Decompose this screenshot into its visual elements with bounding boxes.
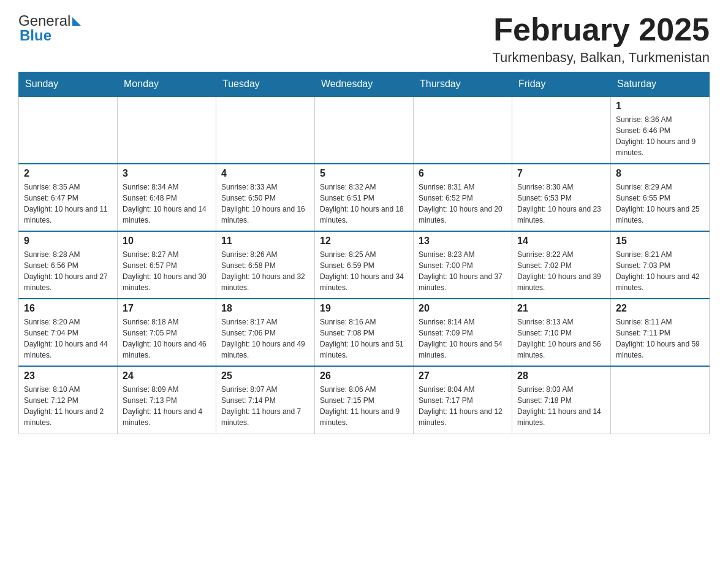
calendar-cell: 16Sunrise: 8:20 AM Sunset: 7:04 PM Dayli… — [19, 299, 118, 366]
calendar-cell: 13Sunrise: 8:23 AM Sunset: 7:00 PM Dayli… — [414, 231, 512, 299]
day-number: 17 — [123, 303, 211, 314]
day-info: Sunrise: 8:18 AM Sunset: 7:05 PM Dayligh… — [123, 316, 211, 361]
day-info: Sunrise: 8:03 AM Sunset: 7:18 PM Dayligh… — [517, 384, 605, 428]
day-info: Sunrise: 8:04 AM Sunset: 7:17 PM Dayligh… — [419, 384, 507, 428]
day-number: 16 — [24, 303, 112, 314]
day-number: 14 — [517, 236, 605, 247]
day-number: 28 — [517, 370, 605, 381]
day-info: Sunrise: 8:20 AM Sunset: 7:04 PM Dayligh… — [24, 316, 112, 361]
weekday-header-saturday: Saturday — [611, 72, 710, 97]
calendar-cell: 1Sunrise: 8:36 AM Sunset: 6:46 PM Daylig… — [611, 96, 710, 164]
calendar-cell: 10Sunrise: 8:27 AM Sunset: 6:57 PM Dayli… — [118, 231, 216, 299]
logo-blue-text: Blue — [20, 27, 51, 44]
weekday-header-monday: Monday — [118, 72, 216, 97]
day-number: 8 — [616, 168, 704, 179]
calendar-cell: 2Sunrise: 8:35 AM Sunset: 6:47 PM Daylig… — [19, 164, 118, 231]
day-info: Sunrise: 8:34 AM Sunset: 6:48 PM Dayligh… — [123, 182, 211, 226]
calendar-cell: 21Sunrise: 8:13 AM Sunset: 7:10 PM Dayli… — [512, 299, 611, 366]
weekday-header-thursday: Thursday — [414, 72, 512, 97]
day-number: 21 — [517, 303, 605, 314]
day-info: Sunrise: 8:06 AM Sunset: 7:15 PM Dayligh… — [320, 384, 408, 428]
day-info: Sunrise: 8:33 AM Sunset: 6:50 PM Dayligh… — [221, 182, 309, 226]
weekday-header-wednesday: Wednesday — [315, 72, 414, 97]
calendar-cell: 24Sunrise: 8:09 AM Sunset: 7:13 PM Dayli… — [118, 366, 216, 434]
calendar-cell: 18Sunrise: 8:17 AM Sunset: 7:06 PM Dayli… — [216, 299, 315, 366]
calendar-header: SundayMondayTuesdayWednesdayThursdayFrid… — [19, 72, 710, 97]
day-number: 1 — [616, 101, 704, 112]
day-info: Sunrise: 8:36 AM Sunset: 6:46 PM Dayligh… — [616, 114, 704, 158]
calendar-cell: 5Sunrise: 8:32 AM Sunset: 6:51 PM Daylig… — [315, 164, 414, 231]
day-number: 22 — [616, 303, 704, 314]
day-number: 5 — [320, 168, 408, 179]
day-info: Sunrise: 8:27 AM Sunset: 6:57 PM Dayligh… — [123, 249, 211, 293]
logo: General Blue — [18, 12, 81, 44]
day-number: 2 — [24, 168, 112, 179]
day-info: Sunrise: 8:11 AM Sunset: 7:11 PM Dayligh… — [616, 316, 704, 361]
calendar-cell: 25Sunrise: 8:07 AM Sunset: 7:14 PM Dayli… — [216, 366, 315, 434]
logo-arrow-icon — [72, 17, 81, 26]
day-info: Sunrise: 8:16 AM Sunset: 7:08 PM Dayligh… — [320, 316, 408, 361]
calendar-cell: 3Sunrise: 8:34 AM Sunset: 6:48 PM Daylig… — [118, 164, 216, 231]
day-info: Sunrise: 8:25 AM Sunset: 6:59 PM Dayligh… — [320, 249, 408, 293]
calendar-cell: 12Sunrise: 8:25 AM Sunset: 6:59 PM Dayli… — [315, 231, 414, 299]
day-number: 15 — [616, 236, 704, 247]
calendar-week-row: 23Sunrise: 8:10 AM Sunset: 7:12 PM Dayli… — [19, 366, 710, 434]
calendar-cell: 9Sunrise: 8:28 AM Sunset: 6:56 PM Daylig… — [19, 231, 118, 299]
day-number: 18 — [221, 303, 309, 314]
day-number: 23 — [24, 370, 112, 381]
day-number: 27 — [419, 370, 507, 381]
day-info: Sunrise: 8:14 AM Sunset: 7:09 PM Dayligh… — [419, 316, 507, 361]
day-number: 6 — [419, 168, 507, 179]
calendar-cell: 8Sunrise: 8:29 AM Sunset: 6:55 PM Daylig… — [611, 164, 710, 231]
day-number: 11 — [221, 236, 309, 247]
calendar-cell: 15Sunrise: 8:21 AM Sunset: 7:03 PM Dayli… — [611, 231, 710, 299]
day-info: Sunrise: 8:31 AM Sunset: 6:52 PM Dayligh… — [419, 182, 507, 226]
day-info: Sunrise: 8:17 AM Sunset: 7:06 PM Dayligh… — [221, 316, 309, 361]
calendar-cell — [315, 96, 414, 164]
day-info: Sunrise: 8:35 AM Sunset: 6:47 PM Dayligh… — [24, 182, 112, 226]
page-header: General Blue February 2025 Turkmenbasy, … — [18, 12, 710, 66]
calendar-cell: 19Sunrise: 8:16 AM Sunset: 7:08 PM Dayli… — [315, 299, 414, 366]
day-number: 4 — [221, 168, 309, 179]
day-number: 12 — [320, 236, 408, 247]
calendar-table: SundayMondayTuesdayWednesdayThursdayFrid… — [18, 72, 710, 434]
calendar-cell: 17Sunrise: 8:18 AM Sunset: 7:05 PM Dayli… — [118, 299, 216, 366]
weekday-header-friday: Friday — [512, 72, 611, 97]
day-number: 9 — [24, 236, 112, 247]
calendar-cell: 27Sunrise: 8:04 AM Sunset: 7:17 PM Dayli… — [414, 366, 512, 434]
calendar-cell: 6Sunrise: 8:31 AM Sunset: 6:52 PM Daylig… — [414, 164, 512, 231]
day-info: Sunrise: 8:22 AM Sunset: 7:02 PM Dayligh… — [517, 249, 605, 293]
calendar-cell — [414, 96, 512, 164]
calendar-cell — [611, 366, 710, 434]
calendar-cell: 4Sunrise: 8:33 AM Sunset: 6:50 PM Daylig… — [216, 164, 315, 231]
day-number: 13 — [419, 236, 507, 247]
day-info: Sunrise: 8:26 AM Sunset: 6:58 PM Dayligh… — [221, 249, 309, 293]
day-number: 24 — [123, 370, 211, 381]
day-number: 26 — [320, 370, 408, 381]
day-info: Sunrise: 8:32 AM Sunset: 6:51 PM Dayligh… — [320, 182, 408, 226]
day-number: 19 — [320, 303, 408, 314]
calendar-cell: 20Sunrise: 8:14 AM Sunset: 7:09 PM Dayli… — [414, 299, 512, 366]
day-info: Sunrise: 8:07 AM Sunset: 7:14 PM Dayligh… — [221, 384, 309, 428]
calendar-week-row: 9Sunrise: 8:28 AM Sunset: 6:56 PM Daylig… — [19, 231, 710, 299]
calendar-cell — [19, 96, 118, 164]
calendar-cell — [118, 96, 216, 164]
day-number: 20 — [419, 303, 507, 314]
calendar-cell: 11Sunrise: 8:26 AM Sunset: 6:58 PM Dayli… — [216, 231, 315, 299]
day-number: 10 — [123, 236, 211, 247]
calendar-cell: 14Sunrise: 8:22 AM Sunset: 7:02 PM Dayli… — [512, 231, 611, 299]
calendar-cell: 7Sunrise: 8:30 AM Sunset: 6:53 PM Daylig… — [512, 164, 611, 231]
weekday-header-sunday: Sunday — [19, 72, 118, 97]
calendar-cell — [512, 96, 611, 164]
weekday-header-tuesday: Tuesday — [216, 72, 315, 97]
calendar-cell: 22Sunrise: 8:11 AM Sunset: 7:11 PM Dayli… — [611, 299, 710, 366]
day-number: 3 — [123, 168, 211, 179]
calendar-cell — [216, 96, 315, 164]
day-info: Sunrise: 8:28 AM Sunset: 6:56 PM Dayligh… — [24, 249, 112, 293]
calendar-cell: 23Sunrise: 8:10 AM Sunset: 7:12 PM Dayli… — [19, 366, 118, 434]
month-title: February 2025 — [492, 12, 710, 47]
calendar-cell: 26Sunrise: 8:06 AM Sunset: 7:15 PM Dayli… — [315, 366, 414, 434]
day-number: 7 — [517, 168, 605, 179]
day-info: Sunrise: 8:13 AM Sunset: 7:10 PM Dayligh… — [517, 316, 605, 361]
title-block: February 2025 Turkmenbasy, Balkan, Turkm… — [492, 12, 710, 66]
